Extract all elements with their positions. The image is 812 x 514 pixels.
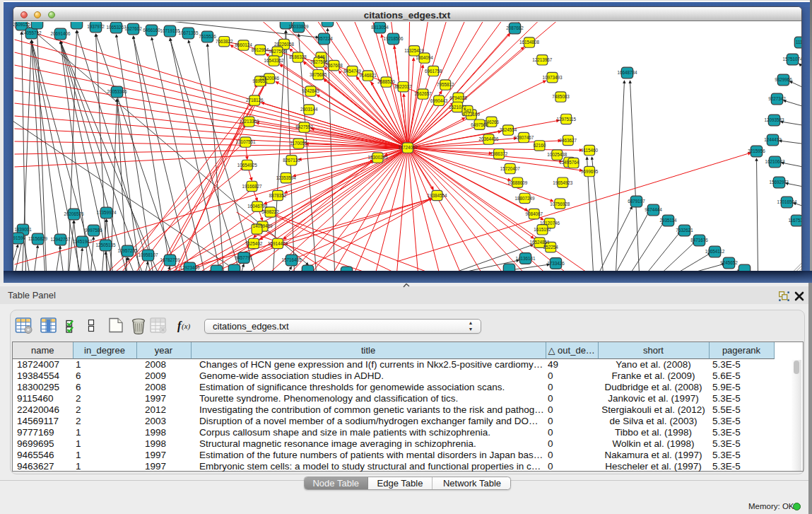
svg-text:10688609: 10688609 <box>507 180 528 185</box>
svg-text:19166827: 19166827 <box>242 183 262 188</box>
svg-text:7632621: 7632621 <box>676 228 693 233</box>
svg-text:9457791: 9457791 <box>235 255 252 259</box>
svg-text:18300295: 18300295 <box>367 155 388 160</box>
svg-text:8912954: 8912954 <box>251 47 269 52</box>
svg-text:543: 543 <box>464 107 471 112</box>
svg-text:13107551: 13107551 <box>235 139 256 144</box>
svg-text:16154808: 16154808 <box>519 40 539 45</box>
svg-text:7663822: 7663822 <box>215 39 233 44</box>
svg-text:18724007: 18724007 <box>397 145 418 150</box>
svg-text:252254: 252254 <box>543 244 558 249</box>
svg-text:12505135: 12505135 <box>95 243 116 247</box>
svg-text:12942757: 12942757 <box>50 237 71 242</box>
svg-text:16914479: 16914479 <box>267 240 288 245</box>
svg-text:3875685: 3875685 <box>310 72 327 77</box>
svg-text:2367608: 2367608 <box>325 62 343 67</box>
svg-text:7485083: 7485083 <box>552 94 570 99</box>
svg-text:9474444: 9474444 <box>645 207 662 212</box>
svg-text:20053346: 20053346 <box>107 89 127 94</box>
svg-text:2609155: 2609155 <box>13 22 30 27</box>
svg-text:9997586: 9997586 <box>85 228 102 233</box>
svg-text:7625402: 7625402 <box>245 240 262 245</box>
svg-text:391590: 391590 <box>13 235 26 240</box>
svg-text:8878352: 8878352 <box>269 192 286 197</box>
svg-text:2087682: 2087682 <box>506 25 524 30</box>
svg-text:17359924: 17359924 <box>96 210 117 215</box>
svg-text:17016504: 17016504 <box>777 199 797 204</box>
svg-text:12093583: 12093583 <box>764 117 784 122</box>
svg-text:9084067: 9084067 <box>525 211 543 216</box>
svg-text:10719155: 10719155 <box>160 28 180 33</box>
svg-text:15720407: 15720407 <box>500 165 520 170</box>
svg-text:8186328: 8186328 <box>289 54 307 59</box>
svg-text:10653267: 10653267 <box>106 25 126 30</box>
svg-text:19384554: 19384554 <box>427 192 447 197</box>
svg-text:10671355: 10671355 <box>178 30 199 35</box>
svg-text:15716485: 15716485 <box>281 257 302 262</box>
svg-text:15495764: 15495764 <box>559 159 579 164</box>
svg-text:62160: 62160 <box>533 143 546 148</box>
svg-text:1615192: 1615192 <box>534 227 551 232</box>
svg-text:1937972: 1937972 <box>87 24 105 29</box>
svg-text:8471676: 8471676 <box>690 238 708 243</box>
svg-text:16210643: 16210643 <box>765 159 785 164</box>
svg-text:6961758: 6961758 <box>424 68 442 73</box>
svg-text:1527602: 1527602 <box>124 26 142 31</box>
svg-text:16543362: 16543362 <box>264 58 284 63</box>
svg-text:3215956: 3215956 <box>748 148 765 153</box>
svg-text:1170055: 1170055 <box>290 141 307 146</box>
svg-text:28226058: 28226058 <box>273 41 294 46</box>
svg-text:5498222: 5498222 <box>261 209 279 214</box>
svg-text:10025438: 10025438 <box>547 152 567 157</box>
svg-text:9329966: 9329966 <box>775 77 792 82</box>
svg-text:6990443: 6990443 <box>430 98 447 103</box>
svg-text:9242845: 9242845 <box>302 88 319 93</box>
svg-text:19218506: 19218506 <box>383 36 404 41</box>
svg-text:1864094: 1864094 <box>416 55 433 60</box>
svg-text:6794028: 6794028 <box>449 95 467 100</box>
svg-text:2935114: 2935114 <box>659 218 677 223</box>
svg-text:10973493: 10973493 <box>542 74 563 79</box>
svg-text:8267130: 8267130 <box>283 158 300 163</box>
svg-text:7955812: 7955812 <box>436 82 454 87</box>
svg-text:1733426: 1733426 <box>547 260 565 265</box>
svg-text:1167533: 1167533 <box>788 218 801 223</box>
svg-text:16033809: 16033809 <box>288 24 309 29</box>
svg-text:9699695: 9699695 <box>580 168 598 173</box>
svg-text:11325419: 11325419 <box>404 48 424 53</box>
svg-text:20691406: 20691406 <box>50 31 71 36</box>
svg-text:15692971: 15692971 <box>769 180 789 185</box>
svg-text:6466160: 6466160 <box>143 28 160 33</box>
svg-text:8822037: 8822037 <box>394 84 412 89</box>
svg-text:12975115: 12975115 <box>556 116 576 121</box>
svg-text:10654112: 10654112 <box>705 249 724 254</box>
svg-text:(x): (x) <box>182 322 191 331</box>
svg-text:15751074: 15751074 <box>782 57 801 62</box>
svg-text:6497568: 6497568 <box>471 122 488 127</box>
svg-text:11156829: 11156829 <box>28 236 47 241</box>
svg-text:9463627: 9463627 <box>559 137 577 142</box>
svg-text:14055712: 14055712 <box>21 30 42 35</box>
svg-text:20206576: 20206576 <box>64 211 84 216</box>
svg-text:20364436: 20364436 <box>478 136 499 141</box>
svg-text:8427552: 8427552 <box>295 124 313 129</box>
svg-text:12213967: 12213967 <box>532 57 553 62</box>
svg-text:12923465: 12923465 <box>180 265 200 270</box>
svg-text:1244413: 1244413 <box>764 137 782 142</box>
svg-text:9245652: 9245652 <box>720 260 738 265</box>
svg-text:16648784: 16648784 <box>617 70 637 75</box>
svg-text:3824554: 3824554 <box>499 127 517 132</box>
svg-text:2588520: 2588520 <box>377 79 395 84</box>
svg-text:10958107: 10958107 <box>138 252 158 257</box>
svg-text:14099489: 14099489 <box>252 223 273 228</box>
svg-text:9146821: 9146821 <box>359 73 377 78</box>
svg-text:9227342: 9227342 <box>768 96 786 101</box>
svg-text:12353594: 12353594 <box>276 175 296 180</box>
svg-text:8660124: 8660124 <box>235 42 252 47</box>
svg-text:18807249: 18807249 <box>514 195 535 200</box>
svg-text:7986372: 7986372 <box>490 151 507 156</box>
svg-text:7857224: 7857224 <box>315 36 333 41</box>
svg-text:16782759: 16782759 <box>160 257 180 262</box>
svg-text:1839001: 1839001 <box>14 227 32 232</box>
svg-text:9115460: 9115460 <box>581 147 599 152</box>
